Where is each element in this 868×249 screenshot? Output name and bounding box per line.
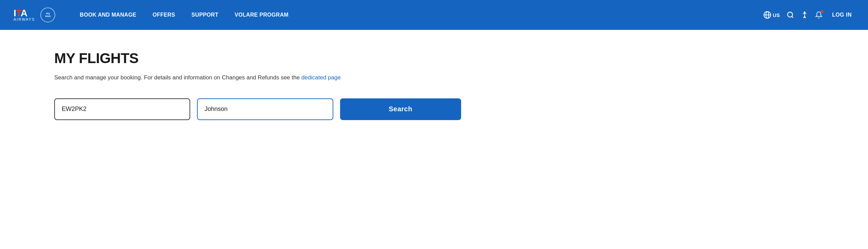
logo-area: ITA AIRWAYS skyteam: [14, 7, 55, 22]
svg-line-4: [792, 16, 793, 18]
logo-airways-text: AIRWAYS: [14, 17, 35, 21]
nav-volare[interactable]: VOLARE PROGRAM: [226, 0, 297, 30]
globe-icon: [763, 11, 771, 19]
dedicated-page-link[interactable]: dedicated page: [301, 74, 341, 81]
nav-support[interactable]: SUPPORT: [183, 0, 226, 30]
accessibility-button[interactable]: [801, 11, 808, 19]
search-icon: [787, 11, 794, 19]
notification-dot: [821, 10, 824, 13]
login-button[interactable]: LOG IN: [829, 12, 854, 18]
locale-selector[interactable]: US: [763, 11, 780, 19]
ita-logo[interactable]: ITA AIRWAYS: [14, 8, 35, 21]
page-title: MY FLIGHTS: [54, 50, 814, 66]
svg-point-5: [804, 12, 805, 13]
search-button[interactable]: Search: [340, 98, 461, 120]
header-divider: [0, 28, 868, 30]
site-header: ITA AIRWAYS skyteam BOOK AND MANAGE OFFE…: [0, 0, 868, 30]
accessibility-icon: [801, 11, 808, 19]
notifications-button[interactable]: [815, 11, 823, 19]
description-text: Search and manage your booking. For deta…: [54, 74, 300, 81]
nav-book-manage[interactable]: BOOK AND MANAGE: [72, 0, 144, 30]
nav-offers[interactable]: OFFERS: [144, 0, 183, 30]
header-actions: US LOG IN: [763, 11, 854, 19]
skyteam-badge: skyteam: [40, 7, 55, 22]
search-form: Search: [54, 98, 461, 120]
svg-point-3: [788, 12, 793, 17]
booking-reference-input[interactable]: [54, 98, 190, 120]
page-description: Search and manage your booking. For deta…: [54, 73, 814, 82]
logo-letters: ITA: [14, 8, 27, 18]
locale-label: US: [773, 12, 780, 18]
last-name-input[interactable]: [197, 98, 333, 120]
main-content: MY FLIGHTS Search and manage your bookin…: [0, 30, 868, 249]
search-button-header[interactable]: [787, 11, 794, 19]
skyteam-label: skyteam: [45, 12, 51, 17]
main-nav: BOOK AND MANAGE OFFERS SUPPORT VOLARE PR…: [72, 0, 763, 30]
